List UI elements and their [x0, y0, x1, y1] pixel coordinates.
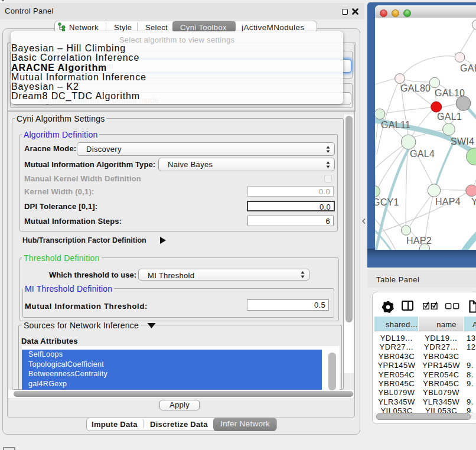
- svg-text:HAP2: HAP2: [406, 236, 432, 246]
- svg-text:GAL10: GAL10: [435, 88, 465, 98]
- svg-text:GAL4: GAL4: [410, 149, 435, 159]
- svg-text:GAL: GAL: [460, 63, 476, 73]
- svg-text:GAL80: GAL80: [400, 83, 431, 93]
- svg-text:GCY1: GCY1: [375, 197, 399, 207]
- svg-text:Y: Y: [471, 197, 476, 207]
- svg-text:GAL11: GAL11: [381, 120, 410, 130]
- svg-text:HAP4: HAP4: [435, 197, 461, 207]
- svg-text:SWI4: SWI4: [451, 136, 474, 146]
- svg-text:GAL1: GAL1: [437, 112, 462, 122]
